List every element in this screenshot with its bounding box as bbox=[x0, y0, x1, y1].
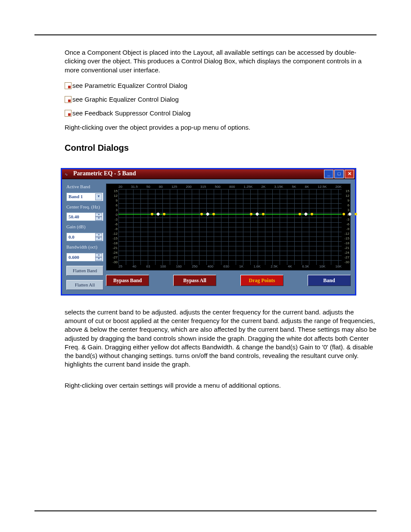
db-tick: -30 bbox=[108, 260, 118, 265]
db-tick: -21 bbox=[108, 246, 118, 251]
band-button[interactable]: Band bbox=[308, 275, 351, 286]
top-rule bbox=[34, 34, 377, 35]
active-band-label: Active Band bbox=[66, 184, 103, 190]
db-tick: 0 bbox=[108, 213, 118, 218]
spin-down-icon: ▾ bbox=[95, 217, 102, 221]
bandwidth-handle-icon bbox=[342, 213, 345, 215]
bandwidth-spinner[interactable]: 0.600 ▴▾ bbox=[66, 253, 103, 261]
spin-down-icon: ▾ bbox=[95, 237, 102, 241]
band-handle[interactable] bbox=[151, 213, 165, 215]
freq-tick: 100 bbox=[160, 264, 166, 269]
close-button[interactable]: ✕ bbox=[345, 170, 354, 178]
freq-tick: 2.5K bbox=[271, 264, 277, 269]
freq-tick: 4K bbox=[288, 264, 292, 269]
center-handle-icon bbox=[206, 212, 209, 216]
graph-grid bbox=[118, 189, 342, 265]
band-handle[interactable] bbox=[200, 213, 215, 215]
freq-tick: 16K bbox=[336, 264, 342, 269]
center-freq-label: Center Freq. (Hz) bbox=[66, 204, 103, 210]
bandwidth-label: Bandwidth (oct) bbox=[66, 244, 103, 250]
bandwidth-handle-icon bbox=[355, 213, 357, 215]
bandwidth-handle-icon bbox=[311, 213, 313, 215]
center-handle-icon bbox=[255, 212, 259, 216]
link-graphic[interactable]: see Graphic Equalizer Control Dialog bbox=[65, 95, 377, 104]
bandwidth-handle-icon bbox=[262, 213, 265, 215]
db-labels-left: 15129630-3-6-9-12-15-18-21-24-27-30 bbox=[108, 189, 118, 265]
spin-up-icon: ▴ bbox=[95, 253, 102, 257]
bypass-all-button[interactable]: Bypass All bbox=[173, 275, 216, 286]
link-parametric[interactable]: see Parametric Equalizer Control Dialog bbox=[65, 81, 377, 90]
db-tick: 6 bbox=[108, 203, 118, 208]
closing-note: Right-clicking over certain settings wil… bbox=[65, 381, 377, 390]
db-tick: 12 bbox=[108, 194, 118, 199]
bypass-band-button[interactable]: Bypass Band bbox=[106, 275, 149, 286]
doc-icon bbox=[65, 82, 72, 89]
db-tick: -18 bbox=[108, 241, 118, 246]
bandwidth-handle-icon bbox=[151, 213, 153, 215]
freq-tick: 1.6K bbox=[253, 264, 260, 269]
parametric-eq-dialog: ∿ Parametric EQ - 5 Band _ □ ✕ Active Ba… bbox=[61, 168, 356, 295]
chevron-down-icon: ▾ bbox=[95, 193, 102, 200]
doc-icon bbox=[65, 96, 72, 103]
titlebar: ∿ Parametric EQ - 5 Band _ □ ✕ bbox=[62, 169, 355, 179]
center-freq-value: 50.40 bbox=[68, 214, 79, 220]
freq-tick: 10K bbox=[319, 264, 325, 269]
bottom-rule bbox=[34, 510, 377, 511]
db-tick: -15 bbox=[108, 236, 118, 241]
freq-tick: 40 bbox=[132, 264, 136, 269]
bandwidth-handle-icon bbox=[299, 213, 301, 215]
gain-label: Gain (dB) bbox=[66, 224, 103, 230]
center-freq-spinner[interactable]: 50.40 ▴▾ bbox=[66, 212, 103, 221]
db-tick: 3 bbox=[108, 208, 118, 213]
button-row: Bypass Band Bypass All Drag Points Band bbox=[106, 271, 351, 287]
active-band-dropdown[interactable]: Band 1 ▾ bbox=[66, 193, 103, 201]
bandwidth-handle-icon bbox=[163, 213, 165, 215]
db-tick: -3 bbox=[108, 218, 118, 222]
side-panel: Active Band Band 1 ▾ Center Freq. (Hz) 5… bbox=[66, 184, 103, 290]
freq-tick: 63 bbox=[146, 264, 150, 269]
freq-tick: 400 bbox=[208, 264, 213, 269]
gain-spinner[interactable]: 0.0 ▴▾ bbox=[66, 233, 103, 241]
spin-up-icon: ▴ bbox=[95, 213, 102, 217]
flatten-all-button[interactable]: Flatten All bbox=[66, 280, 103, 290]
db-tick: -24 bbox=[108, 251, 118, 255]
spin-up-icon: ▴ bbox=[95, 233, 102, 237]
freq-tick: 25 bbox=[118, 264, 122, 269]
center-handle-icon bbox=[304, 212, 308, 216]
window-title: Parametric EQ - 5 Band bbox=[73, 170, 136, 178]
link-graphic-text: see Graphic Equalizer Control Dialog bbox=[72, 95, 179, 104]
minimize-button[interactable]: _ bbox=[324, 170, 333, 178]
db-tick: 15 bbox=[108, 189, 118, 194]
freq-tick: 1K bbox=[239, 264, 243, 269]
freq-tick: 250 bbox=[192, 264, 197, 269]
drag-points-button[interactable]: Drag Points bbox=[240, 275, 283, 286]
active-band-value: Band 1 bbox=[68, 193, 83, 200]
db-tick: -6 bbox=[108, 222, 118, 227]
explanation-paragraph: selects the current band to be adjusted.… bbox=[65, 308, 377, 369]
freq-tick: 160 bbox=[176, 264, 181, 269]
rightclick-note: Right-clicking over the object provides … bbox=[65, 123, 377, 132]
band-handle[interactable] bbox=[342, 213, 357, 215]
link-feedback[interactable]: see Feedback Suppressor Control Dialog bbox=[65, 109, 377, 118]
flatten-band-button[interactable]: Flatten Band bbox=[66, 266, 103, 276]
db-tick: -27 bbox=[108, 255, 118, 260]
link-parametric-text: see Parametric Equalizer Control Dialog bbox=[72, 81, 187, 90]
band-handle[interactable] bbox=[250, 213, 265, 215]
db-tick: 9 bbox=[108, 199, 118, 203]
center-handle-icon bbox=[348, 212, 352, 216]
maximize-button[interactable]: □ bbox=[334, 170, 344, 178]
bandwidth-value: 0.600 bbox=[68, 254, 79, 261]
link-feedback-text: see Feedback Suppressor Control Dialog bbox=[72, 109, 190, 118]
bandwidth-handle-icon bbox=[200, 213, 203, 215]
eq-graph[interactable]: 2031.550801252003155008001.25K2K3.15K5K8… bbox=[106, 184, 351, 271]
intro-paragraph: Once a Component Object is placed into t… bbox=[65, 48, 377, 75]
doc-icon bbox=[65, 110, 72, 117]
bandwidth-handle-icon bbox=[212, 213, 215, 215]
section-heading: Control Dialogs bbox=[65, 142, 377, 154]
app-icon: ∿ bbox=[65, 172, 71, 176]
freq-labels-bottom: 2540631001602504006301K1.6K2.5K4K6.3K10K… bbox=[118, 264, 342, 269]
freq-tick: 6.3K bbox=[302, 264, 309, 269]
band-handle[interactable] bbox=[299, 213, 313, 215]
db-tick: -9 bbox=[108, 227, 118, 232]
spin-down-icon: ▾ bbox=[95, 257, 102, 261]
